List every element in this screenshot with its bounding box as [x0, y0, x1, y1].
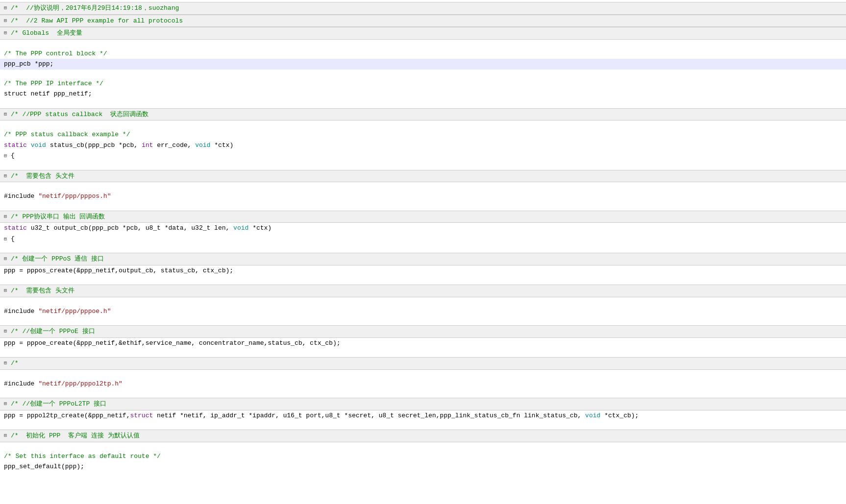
- toggle-11[interactable]: ⊞: [4, 400, 11, 408]
- blank-line: [0, 182, 846, 191]
- section-header-8[interactable]: ⊞ /* 需要包含 头文件: [0, 285, 846, 297]
- section-label-3: /* Globals 全局变量: [11, 28, 82, 38]
- blank-line: [0, 70, 846, 78]
- blank-line: [0, 316, 846, 325]
- include-pppos: #include "netif/ppp/pppos.h": [0, 191, 846, 202]
- include-pppoe: #include "netif/ppp/pppoe.h": [0, 306, 846, 317]
- toggle-9[interactable]: ⊞: [4, 328, 11, 335]
- toggle-10[interactable]: ⊞: [4, 360, 11, 367]
- section-header-11[interactable]: ⊞ /* //创建一个 PPPoL2TP 接口: [0, 398, 846, 410]
- toggle-3[interactable]: ⊞: [4, 29, 11, 37]
- comment-line-ppp-ip: /* The PPP IP interface */: [0, 78, 846, 89]
- code-editor: ⊞ /* //协议说明，2017年6月29日14:19:18，suozhang …: [0, 0, 846, 504]
- section-label-2: /* //2 Raw API PPP example for all proto…: [11, 16, 183, 26]
- section-header-10[interactable]: ⊞ /*: [0, 357, 846, 370]
- section-label-6: /* PPP协议串口 输出 回调函数: [11, 212, 105, 222]
- section-label-1: /* //协议说明，2017年6月29日14:19:18，suozhang: [11, 3, 179, 13]
- section-header-12[interactable]: ⊞ /* 初始化 PPP 客户端 连接 为默认认值: [0, 430, 846, 442]
- blank-line: [0, 161, 846, 170]
- section-header-7[interactable]: ⊞ /* 创建一个 PPPoS 通信 接口: [0, 253, 846, 265]
- blank-line: [0, 421, 846, 430]
- blank-line: [0, 276, 846, 285]
- section-label-4: /* //PPP status callback 状态回调函数: [11, 110, 149, 120]
- toggle-7[interactable]: ⊞: [4, 255, 11, 263]
- section-header-9[interactable]: ⊞ /* //创建一个 PPPoE 接口: [0, 325, 846, 338]
- blank-line: [0, 297, 846, 306]
- blank-line: [0, 348, 846, 357]
- pppoe-create-line: ppp = pppoe_create(&ppp_netif,&ethif,ser…: [0, 338, 846, 349]
- pppol2tp-create-line: ppp = pppol2tp_create(&ppp_netif,struct …: [0, 410, 846, 421]
- section-header-4[interactable]: ⊞ /* //PPP status callback 状态回调函数: [0, 108, 846, 121]
- blank-line: [0, 120, 846, 129]
- section-label-10: /*: [11, 359, 19, 368]
- toggle-5[interactable]: ⊞: [4, 172, 11, 180]
- toggle-8[interactable]: ⊞: [4, 287, 11, 294]
- toggle-4[interactable]: ⊞: [4, 111, 11, 118]
- comment-status-cb-example: /* PPP status callback example */: [0, 129, 846, 140]
- pppos-create-line: ppp = pppos_create(&ppp_netif,output_cb,…: [0, 265, 846, 276]
- toggle-6[interactable]: ⊞: [4, 213, 11, 220]
- section-header-5[interactable]: ⊞ /* 需要包含 头文件: [0, 170, 846, 183]
- ppp-set-default-line: ppp_set_default(ppp);: [0, 461, 846, 472]
- section-label-5: /* 需要包含 头文件: [11, 171, 75, 181]
- struct-netif-line: struct netif ppp_netif;: [0, 89, 846, 99]
- blank-line: [0, 389, 846, 398]
- comment-default-route: /* Set this interface as default route *…: [0, 451, 846, 462]
- section-label-12: /* 初始化 PPP 客户端 连接 为默认认值: [11, 431, 140, 441]
- section-label-8: /* 需要包含 头文件: [11, 286, 75, 296]
- open-brace-1: ⊞{: [0, 150, 846, 161]
- blank-line: [0, 370, 846, 379]
- static-void-status-cb: static void status_cb(ppp_pcb *pcb, int …: [0, 140, 846, 151]
- blank-line: [0, 442, 846, 451]
- section-label-9: /* //创建一个 PPPoE 接口: [11, 327, 95, 336]
- section-header-1[interactable]: ⊞ /* //协议说明，2017年6月29日14:19:18，suozhang: [0, 2, 846, 15]
- blank-line: [0, 202, 846, 211]
- toggle-1[interactable]: ⊞: [4, 4, 11, 12]
- section-header-6[interactable]: ⊞ /* PPP协议串口 输出 回调函数: [0, 211, 846, 223]
- blank-line: [0, 99, 846, 108]
- comment-line-ppp-control: /* The PPP control block */: [0, 48, 846, 59]
- blank-line: [0, 40, 846, 48]
- toggle-2[interactable]: ⊞: [4, 17, 11, 24]
- include-pppol2tp: #include "netif/ppp/pppol2tp.h": [0, 379, 846, 389]
- section-header-3[interactable]: ⊞ /* Globals 全局变量: [0, 27, 846, 40]
- static-u32-output-cb: static u32_t output_cb(ppp_pcb *pcb, u8_…: [0, 223, 846, 234]
- section-header-2[interactable]: ⊞ /* //2 Raw API PPP example for all pro…: [0, 15, 846, 27]
- section-label-7: /* 创建一个 PPPoS 通信 接口: [11, 254, 104, 264]
- blank-line: [0, 244, 846, 253]
- ppp-pcb-declaration: ppp_pcb *ppp;: [0, 59, 846, 70]
- section-label-11: /* //创建一个 PPPoL2TP 接口: [11, 399, 106, 409]
- open-brace-2: ⊞{: [0, 234, 846, 244]
- toggle-12[interactable]: ⊞: [4, 432, 11, 439]
